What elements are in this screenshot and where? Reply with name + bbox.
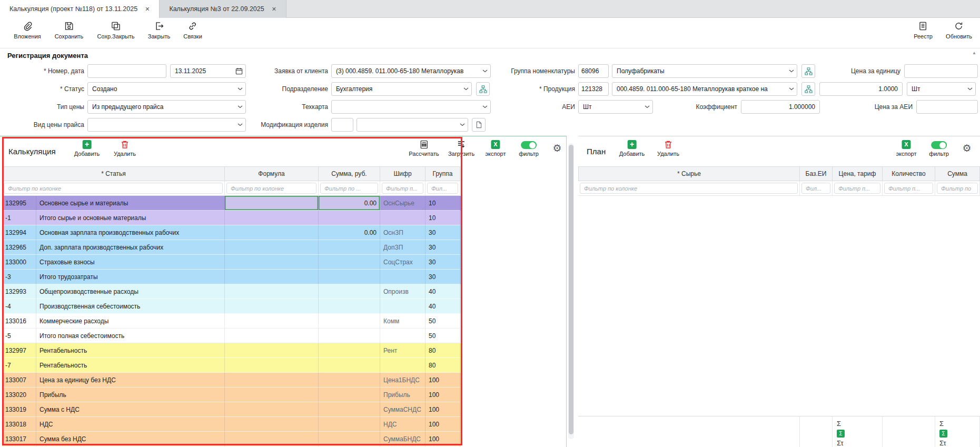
calc-cell-article[interactable]: Сумма с НДС [36, 402, 225, 417]
calc-cell-code[interactable] [380, 299, 425, 314]
calc-cell-formula[interactable] [225, 284, 319, 299]
date-field[interactable]: 13.11.2025 [170, 64, 246, 78]
calc-cell-article[interactable]: Доп. зарплата производственных рабочих [36, 240, 225, 255]
calc-cell-sum[interactable]: 0.00 [319, 225, 380, 240]
calc-cell-article[interactable]: Страховые взносы [36, 255, 225, 270]
registry-button[interactable]: Реестр [914, 21, 933, 39]
calc-cell-code[interactable]: ОснЗП [380, 225, 425, 240]
number-input[interactable] [87, 64, 166, 78]
production-hierarchy-button[interactable] [801, 82, 815, 96]
calc-row[interactable]: 133019Сумма с НДССуммаСНДС100 [2, 402, 461, 417]
calc-cell-code[interactable]: Рент [380, 343, 425, 358]
calc-row[interactable]: -7Рентабельность80 [2, 358, 461, 373]
calc-cell-group[interactable]: 30 [425, 225, 460, 240]
plan-col-raw[interactable]: * Сырье [578, 166, 800, 181]
modification-card-button[interactable] [472, 118, 486, 132]
calc-cell-group[interactable]: 40 [425, 299, 460, 314]
calc-cell-article[interactable]: Рентабельность [36, 343, 225, 358]
calc-row[interactable]: 133016Коммерческие расходыКомм50 [2, 314, 461, 329]
calc-cell-code[interactable]: Комм [380, 314, 425, 329]
plan-filter-quantity[interactable] [884, 183, 933, 194]
calc-filter-toggle[interactable]: фильтр [519, 140, 539, 157]
calc-cell-code[interactable]: Прибыль [380, 388, 425, 402]
department-select[interactable]: Бухгалтерия [331, 82, 472, 96]
calc-cell-formula[interactable] [225, 255, 319, 270]
calc-cell-code[interactable] [380, 211, 425, 225]
calc-cell-article[interactable]: Цена за единицу без НДС [36, 373, 225, 388]
calc-cell-formula[interactable] [225, 329, 319, 343]
sigma-alt-icon[interactable]: Στ [837, 440, 844, 447]
calc-delete-button[interactable]: Удалить [114, 140, 136, 157]
registration-section-header[interactable]: Регистрация документа [0, 49, 980, 62]
calc-row[interactable]: -5Итого полная себестоимость50 [2, 329, 461, 343]
calc-row[interactable]: 132995Основное сырье и материалы0.00ОснС… [2, 196, 461, 211]
calc-cell-code[interactable]: СуммаБНДС [380, 432, 425, 446]
plan-table-body[interactable] [578, 196, 980, 416]
plan-col-quantity[interactable]: Количество [883, 166, 935, 181]
calc-cell-article[interactable]: Прибыль [36, 388, 225, 402]
plan-settings-button[interactable]: ⚙ [962, 140, 971, 153]
calc-col-code[interactable]: Шифр [380, 166, 425, 181]
calc-cell-formula[interactable] [225, 373, 319, 388]
calc-cell-article[interactable]: Основная зарплата производственных рабоч… [36, 225, 225, 240]
close-tab-icon[interactable]: ✕ [145, 6, 150, 13]
calc-col-formula[interactable]: Формула [225, 166, 319, 181]
calc-row[interactable]: 133017Сумма без НДССуммаБНДС100 [2, 432, 461, 446]
sigma-active-icon[interactable]: Σ [837, 430, 845, 438]
nomenclature-group-select[interactable]: Полуфабрикаты [612, 64, 797, 78]
plan-add-button[interactable]: + Добавить [619, 140, 645, 157]
production-qty-input[interactable] [819, 82, 903, 96]
calc-cell-sum[interactable] [319, 417, 380, 432]
tech-card-select[interactable] [331, 100, 491, 114]
calc-row[interactable]: 133018НДСНДС100 [2, 417, 461, 432]
refresh-button[interactable]: Обновить [946, 21, 972, 39]
plan-export-button[interactable]: X экспорт [896, 140, 916, 157]
close-button[interactable]: Закрыть [148, 21, 170, 39]
calc-cell-article[interactable]: Рентабельность [36, 358, 225, 373]
aei-select[interactable]: Шт [578, 100, 653, 114]
calc-load-button[interactable]: Загрузить [448, 140, 474, 157]
save-close-button[interactable]: Сохр.Закрыть [97, 21, 135, 39]
calc-cell-code[interactable] [380, 358, 425, 373]
nomenclature-group-code-input[interactable] [578, 64, 609, 78]
calc-cell-article[interactable]: Производственная себестоимость [36, 299, 225, 314]
calc-cell-formula[interactable] [225, 225, 319, 240]
calc-filter-formula[interactable] [226, 183, 316, 194]
calc-cell-formula[interactable] [225, 417, 319, 432]
links-button[interactable]: Связки [183, 21, 202, 39]
calc-cell-article[interactable]: Итого трудозатраты [36, 270, 225, 284]
plan-col-sum[interactable]: Сумма [935, 166, 980, 181]
calc-cell-sum[interactable] [319, 284, 380, 299]
calc-calculate-button[interactable]: Рассчитать [409, 140, 439, 157]
calc-cell-group[interactable]: 10 [425, 196, 460, 211]
calc-cell-article[interactable]: Итого сырье и основные материалы [36, 211, 225, 225]
calc-cell-sum[interactable] [319, 373, 380, 388]
calc-row[interactable]: 132965Доп. зарплата производственных раб… [2, 240, 461, 255]
price-list-kind-select[interactable] [87, 118, 246, 132]
sigma-icon[interactable]: Σ [837, 420, 841, 428]
calc-cell-formula[interactable] [225, 358, 319, 373]
calc-cell-formula[interactable] [225, 402, 319, 417]
calc-cell-sum[interactable] [319, 255, 380, 270]
sigma-icon[interactable]: Σ [939, 420, 944, 428]
calc-cell-formula[interactable] [225, 270, 319, 284]
calc-cell-article[interactable]: Коммерческие расходы [36, 314, 225, 329]
calc-cell-code[interactable]: СуммаСНДС [380, 402, 425, 417]
calc-cell-group[interactable]: 50 [425, 314, 460, 329]
calc-cell-group[interactable]: 10 [425, 211, 460, 225]
calc-cell-group[interactable]: 80 [425, 358, 460, 373]
calc-settings-button[interactable]: ⚙ [552, 140, 561, 153]
calc-cell-formula[interactable] [225, 240, 319, 255]
calc-cell-code[interactable] [380, 329, 425, 343]
calc-cell-formula[interactable] [225, 388, 319, 402]
calc-cell-group[interactable]: 100 [425, 388, 460, 402]
calc-cell-sum[interactable] [319, 432, 380, 446]
calc-cell-group[interactable]: 30 [425, 255, 460, 270]
calc-cell-sum[interactable] [319, 211, 380, 225]
calc-cell-code[interactable]: ДопЗП [380, 240, 425, 255]
nomenclature-group-hierarchy-button[interactable] [801, 64, 815, 78]
calc-cell-group[interactable]: 100 [425, 373, 460, 388]
tab-calc-3[interactable]: Калькуляция №3 от 22.09.2025 ✕ [160, 0, 286, 18]
calc-cell-group[interactable]: 80 [425, 343, 460, 358]
production-select[interactable]: 000.4859. 011.000-65-180 Металлорукав кр… [612, 82, 797, 96]
